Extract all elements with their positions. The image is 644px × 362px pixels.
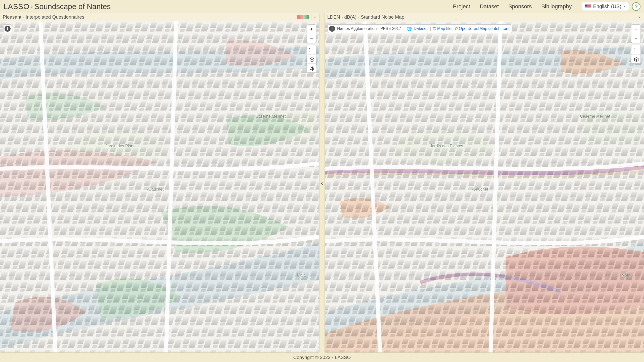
panel-expand-toggle[interactable]: ▾ bbox=[636, 14, 641, 20]
map-canvas-left bbox=[0, 21, 319, 352]
info-icon[interactable]: i bbox=[329, 26, 335, 32]
fullscreen-button[interactable] bbox=[307, 45, 316, 54]
chevron-down-icon: ▾ bbox=[624, 5, 626, 8]
map-attribution: i Nantes Agglomeration - PPBE 2017 | 🌐 D… bbox=[328, 24, 512, 33]
attr-dataset-link[interactable]: Dataset bbox=[414, 26, 428, 31]
help-button[interactable]: ? bbox=[632, 2, 640, 11]
zoom-out-button[interactable]: − bbox=[307, 34, 316, 43]
cube-icon bbox=[309, 57, 314, 62]
attr-maptiler-link[interactable]: © MapTiler bbox=[433, 26, 453, 31]
map-viewport-left[interactable]: i Jardin des Plantes Caserne Mellinet -G… bbox=[0, 21, 319, 352]
map-controls-left: + − bbox=[307, 24, 316, 73]
panel-title: LDEN - dB(A) - Standard Noise Map bbox=[327, 14, 404, 20]
zoom-in-button[interactable]: + bbox=[307, 25, 316, 34]
map-tools bbox=[307, 45, 316, 73]
map-canvas-right bbox=[325, 21, 644, 352]
zoom-in-button[interactable]: + bbox=[631, 25, 640, 34]
legend-gradient-icon bbox=[297, 15, 309, 19]
map-controls-right: + − bbox=[631, 24, 641, 64]
perspective-toggle-button[interactable] bbox=[631, 54, 640, 63]
cube-icon bbox=[633, 57, 638, 62]
split-layout: Pleasant - Interpolated Questionnaires ▾ bbox=[0, 13, 644, 353]
language-label: English (US) bbox=[593, 4, 621, 9]
topbar-right: English (US) ▾ ? bbox=[582, 2, 640, 11]
map-viewport-right[interactable]: i Nantes Agglomeration - PPBE 2017 | 🌐 D… bbox=[325, 21, 644, 352]
audio-toggle-button[interactable] bbox=[307, 63, 316, 72]
zoom-out-button[interactable]: − bbox=[631, 34, 640, 43]
fullscreen-icon bbox=[309, 47, 314, 52]
logo-group: LASSO › Soundscape of Nantes bbox=[4, 2, 111, 11]
attr-osm-link[interactable]: © OpenStreetMap contributors bbox=[455, 26, 509, 31]
topbar: LASSO › Soundscape of Nantes Project Dat… bbox=[0, 0, 644, 13]
panel-header-right: LDEN - dB(A) - Standard Noise Map ▾ bbox=[325, 13, 644, 21]
page-title: Soundscape of Nantes bbox=[34, 2, 111, 11]
nav-project[interactable]: Project bbox=[453, 3, 470, 10]
footer: Copyright © 2023 - LASSO bbox=[0, 353, 644, 362]
perspective-toggle-button[interactable] bbox=[307, 54, 316, 63]
info-icon: i bbox=[5, 26, 11, 32]
map-info-button[interactable]: i bbox=[3, 24, 12, 33]
panel-collapse-handle[interactable]: ‹ bbox=[319, 177, 325, 188]
fullscreen-button[interactable] bbox=[631, 45, 640, 54]
zoom-control: + − bbox=[307, 24, 316, 43]
nav-dataset[interactable]: Dataset bbox=[480, 3, 499, 10]
panel-header-left: Pleasant - Interpolated Questionnaires ▾ bbox=[0, 13, 319, 21]
nav-bibliography[interactable]: Bibliography bbox=[541, 3, 572, 10]
panel-pleasant: Pleasant - Interpolated Questionnaires ▾ bbox=[0, 13, 319, 353]
language-select[interactable]: English (US) ▾ bbox=[582, 2, 629, 11]
speaker-icon bbox=[309, 66, 314, 71]
copyright-text: Copyright © 2023 - LASSO bbox=[293, 355, 351, 360]
globe-icon: 🌐 bbox=[407, 26, 412, 31]
nav-sponsors[interactable]: Sponsors bbox=[508, 3, 532, 10]
panel-expand-toggle[interactable]: ▾ bbox=[311, 14, 317, 20]
chevron-right-icon: › bbox=[31, 3, 33, 10]
fullscreen-icon bbox=[633, 47, 638, 52]
primary-nav: Project Dataset Sponsors Bibliography bbox=[453, 3, 572, 10]
attr-source: Nantes Agglomeration - PPBE 2017 bbox=[337, 26, 401, 31]
app-logo[interactable]: LASSO bbox=[4, 2, 29, 11]
panel-noise: LDEN - dB(A) - Standard Noise Map ▾ bbox=[325, 13, 644, 353]
flag-us-icon bbox=[585, 5, 591, 8]
map-tools bbox=[631, 45, 641, 64]
zoom-control: + − bbox=[631, 24, 641, 43]
panel-title: Pleasant - Interpolated Questionnaires bbox=[3, 14, 84, 20]
